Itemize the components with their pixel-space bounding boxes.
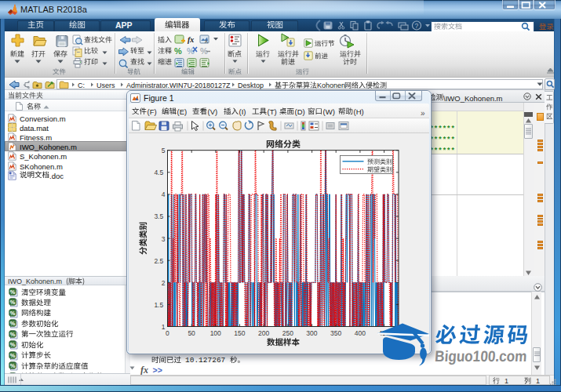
svg-text:%: % xyxy=(10,351,16,358)
svg-text:%: % xyxy=(200,46,208,56)
svg-text:%: % xyxy=(10,330,16,337)
svg-text:fx: fx xyxy=(188,35,194,44)
svg-text:%: % xyxy=(10,299,16,306)
svg-text:?: ? xyxy=(415,22,419,30)
svg-text:A: A xyxy=(205,39,208,44)
svg-text:%: % xyxy=(10,320,16,327)
svg-text:%: % xyxy=(10,289,16,296)
svg-text:%: % xyxy=(174,46,182,56)
svg-text:%: % xyxy=(10,309,16,316)
svg-text:%: % xyxy=(10,341,16,348)
svg-text:%: % xyxy=(10,362,16,369)
